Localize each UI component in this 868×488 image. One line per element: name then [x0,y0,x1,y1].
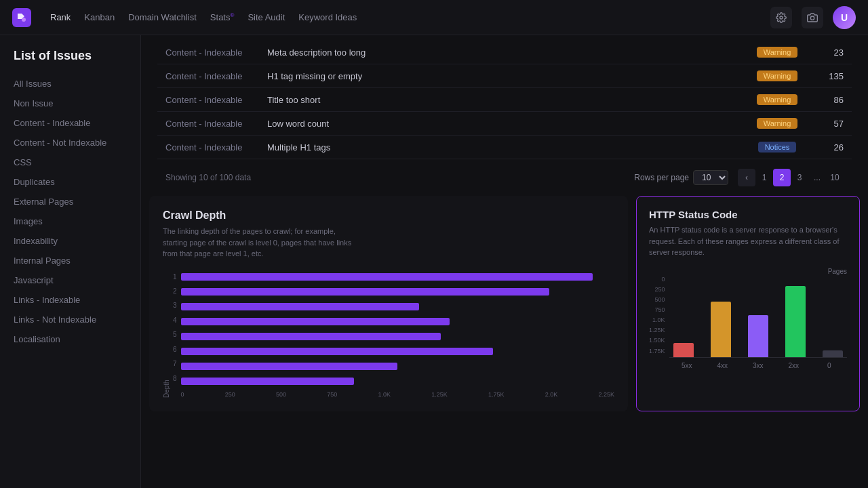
crawl-bar-4 [181,330,614,344]
sidebar-item-indexability[interactable]: Indexability [0,231,140,251]
row-issue: H1 tag missing or empty [259,64,743,88]
row-count: 26 [811,136,852,159]
http-bars-row [669,277,847,358]
http-x-labels: 5xx 4xx 3xx 2xx 0 [669,358,847,369]
crawl-bar-6 [181,300,614,314]
nav-keyword-ideas[interactable]: Keyword Ideas [298,12,357,22]
row-issue: Multiple H1 tags [259,136,743,159]
row-issue: Title too short [259,88,743,112]
sidebar-item-css[interactable]: CSS [0,152,140,172]
nav-rank[interactable]: Rank [50,12,71,22]
http-status-description: An HTTP status code is a server response… [649,224,847,258]
crawl-bar-8 [181,270,614,284]
page-3-button[interactable]: 3 [791,169,808,186]
crawl-depth-description: The linking depth of the pages to crawl;… [163,226,353,260]
svg-point-0 [22,18,26,22]
http-status-title: HTTP Status Code [649,209,847,220]
label-5xx: 5xx [669,362,705,369]
label-4xx: 4xx [705,362,741,369]
rows-per-page: Rows per page 10 25 50 [634,170,728,185]
page-10-button[interactable]: 10 [826,169,844,186]
row-badge: Warning [743,64,811,88]
sidebar-item-external-pages[interactable]: External Pages [0,192,140,211]
showing-text: Showing 10 of 100 data [165,173,251,182]
table-row: Content - Indexable Multiple H1 tags Not… [157,136,852,159]
http-bar-3xx [743,315,772,357]
table-row: Content - Indexable Meta description too… [157,41,852,64]
page-1-button[interactable]: 1 [755,169,773,186]
row-count: 57 [811,112,852,136]
http-status-panel: HTTP Status Code An HTTP status code is … [636,196,860,411]
http-bar-2xx [781,286,810,357]
sidebar-item-images[interactable]: Images [0,211,140,231]
row-category: Content - Indexable [157,136,259,159]
issues-table: Content - Indexable Meta description too… [157,41,852,159]
http-bar-5xx [669,343,698,357]
settings-button[interactable] [770,7,792,28]
sidebar-item-non-issue[interactable]: Non Issue [0,94,140,113]
row-badge: Notices [743,136,811,159]
crawl-bar-7 [181,285,614,299]
nav-links: Rank Kanban Domain Watchlist Stats® Site… [50,12,754,22]
row-category: Content - Indexable [157,64,259,88]
crawl-bar-3 [181,345,614,359]
table-row: Content - Indexable Low word count Warni… [157,112,852,136]
table-row: Content - Indexable Title too short Warn… [157,88,852,112]
main-content: Content - Indexable Meta description too… [141,35,868,488]
sidebar-item-localisation[interactable]: Localisation [0,329,140,349]
crawl-bars-area: 0 250 500 750 1.0K 1.25K 1.75K 2.0K 2.25… [181,270,614,398]
http-y-axis: 1.75K 1.50K 1.25K 1.0K 750 500 250 0 [649,277,665,369]
nav-stats[interactable]: Stats® [210,12,235,22]
crawl-x-axis: 0 250 500 750 1.0K 1.25K 1.75K 2.0K 2.25… [181,391,614,398]
pages-label: Pages [649,268,847,275]
row-count: 135 [811,64,852,88]
http-bar-0 [818,350,847,357]
logo [12,8,31,27]
crawl-bar-5 [181,315,614,329]
sidebar-item-content-indexable[interactable]: Content - Indexable [0,113,140,133]
sidebar-item-duplicates[interactable]: Duplicates [0,172,140,192]
crawl-depth-y-axis-label: Depth [163,270,170,398]
http-chart-inner: 1.75K 1.50K 1.25K 1.0K 750 500 250 0 [649,277,847,369]
page-ellipsis: ... [808,169,826,186]
sidebar-item-all-issues[interactable]: All Issues [0,74,140,94]
sidebar-item-content-not-indexable[interactable]: Content - Not Indexable [0,133,140,152]
sidebar: List of Issues All Issues Non Issue Cont… [0,35,141,488]
sidebar-item-links-indexable[interactable]: Links - Indexable [0,290,140,310]
rows-per-page-select[interactable]: 10 25 50 [693,170,728,185]
row-count: 23 [811,41,852,64]
crawl-depth-panel: Crawl Depth The linking depth of the pag… [149,196,628,411]
prev-page-button[interactable]: ‹ [738,169,755,186]
row-badge: Warning [743,88,811,112]
crawl-bar-2 [181,360,614,373]
nav-kanban[interactable]: Kanban [84,12,115,22]
row-count: 86 [811,88,852,112]
camera-button[interactable] [802,7,823,28]
nav-domain-watchlist[interactable]: Domain Watchlist [128,12,197,22]
sidebar-item-javascript[interactable]: Javascript [0,270,140,290]
row-category: Content - Indexable [157,41,259,64]
http-bars-wrapper: 5xx 4xx 3xx 2xx 0 [669,277,847,369]
crawl-depth-chart: Depth 8 7 6 5 4 3 2 1 [163,270,614,398]
rows-per-page-label: Rows per page [634,173,689,182]
sidebar-title: List of Issues [0,49,140,74]
row-issue: Low word count [259,112,743,136]
http-bar-4xx [706,302,735,357]
crawl-bar-1 [181,375,614,388]
row-badge: Warning [743,41,811,64]
svg-point-1 [780,16,783,19]
row-category: Content - Indexable [157,112,259,136]
top-navigation: Rank Kanban Domain Watchlist Stats® Site… [0,0,868,35]
page-2-button[interactable]: 2 [773,169,791,186]
row-badge: Warning [743,112,811,136]
sidebar-item-internal-pages[interactable]: Internal Pages [0,251,140,270]
sidebar-item-links-not-indexable[interactable]: Links - Not Indexable [0,310,140,329]
pagination-controls: Rows per page 10 25 50 ‹ 1 2 3 ... 10 [634,169,844,186]
row-category: Content - Indexable [157,88,259,112]
svg-point-2 [810,16,814,20]
user-avatar[interactable]: U [833,6,856,29]
charts-area: Crawl Depth The linking depth of the pag… [141,196,868,411]
nav-site-audit[interactable]: Site Audit [248,12,285,22]
label-3xx: 3xx [741,362,776,369]
pagination-row: Showing 10 of 100 data Rows per page 10 … [157,159,852,193]
